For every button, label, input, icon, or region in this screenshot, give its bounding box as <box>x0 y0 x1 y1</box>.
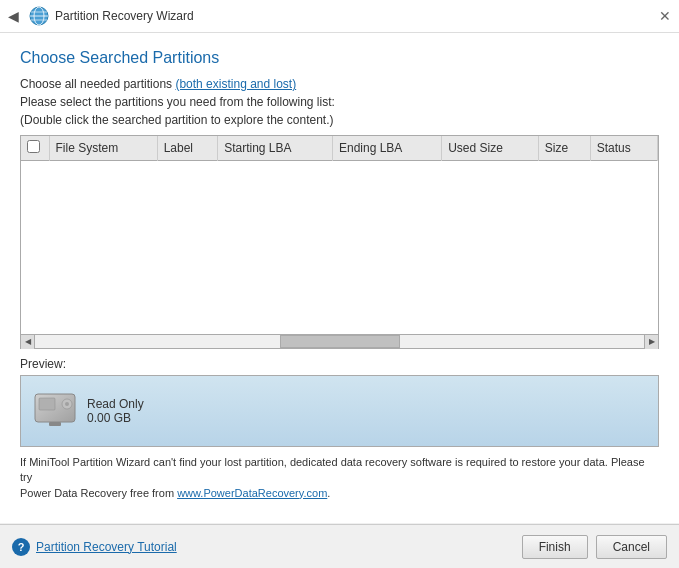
instruction-link[interactable]: (both existing and lost) <box>175 77 296 91</box>
svg-rect-6 <box>39 398 55 410</box>
notice-link[interactable]: www.PowerDataRecovery.com <box>177 487 327 499</box>
preview-area: Read Only 0.00 GB <box>20 375 659 447</box>
col-size: Size <box>538 136 590 161</box>
table-empty-area <box>21 161 658 331</box>
footer-right: Finish Cancel <box>522 535 667 559</box>
cancel-button[interactable]: Cancel <box>596 535 667 559</box>
disk-size: 0.00 GB <box>87 411 144 425</box>
notice-text: If MiniTool Partition Wizard can't find … <box>20 455 659 501</box>
disk-icon <box>33 392 77 431</box>
help-icon[interactable]: ? <box>12 538 30 556</box>
scrollbar-track[interactable] <box>35 335 644 348</box>
svg-rect-9 <box>49 422 61 426</box>
notice-text2: Power Data Recovery free from <box>20 487 177 499</box>
main-content: Choose Searched Partitions Choose all ne… <box>0 33 679 523</box>
scrollbar-thumb[interactable] <box>280 335 400 348</box>
back-button[interactable]: ◀ <box>8 8 19 24</box>
scroll-left-arrow[interactable]: ◀ <box>21 335 35 349</box>
svg-point-8 <box>65 402 69 406</box>
select-all-checkbox[interactable] <box>27 140 40 153</box>
partition-table-container: File System Label Starting LBA Ending LB… <box>20 135 659 335</box>
col-filesystem: File System <box>49 136 157 161</box>
col-label: Label <box>157 136 218 161</box>
scroll-right-arrow[interactable]: ▶ <box>644 335 658 349</box>
footer: ? Partition Recovery Tutorial Finish Can… <box>0 524 679 568</box>
disk-name: Read Only <box>87 397 144 411</box>
notice-text1: If MiniTool Partition Wizard can't find … <box>20 456 645 483</box>
footer-left: ? Partition Recovery Tutorial <box>12 538 177 556</box>
title-bar-title: Partition Recovery Wizard <box>55 9 194 23</box>
col-status: Status <box>590 136 657 161</box>
partition-table: File System Label Starting LBA Ending LB… <box>21 136 658 161</box>
title-bar-left: ◀ Partition Recovery Wizard <box>8 6 194 26</box>
tutorial-link[interactable]: Partition Recovery Tutorial <box>36 540 177 554</box>
page-title: Choose Searched Partitions <box>20 49 659 67</box>
table-scrollbar[interactable]: ◀ ▶ <box>20 335 659 349</box>
finish-button[interactable]: Finish <box>522 535 588 559</box>
notice-text3: . <box>327 487 330 499</box>
col-used-size: Used Size <box>442 136 539 161</box>
instruction-part1: Choose all needed partitions <box>20 77 175 91</box>
col-starting-lba: Starting LBA <box>218 136 333 161</box>
close-button[interactable]: ✕ <box>659 9 671 23</box>
instruction-sub1: Please select the partitions you need fr… <box>20 95 659 109</box>
disk-info: Read Only 0.00 GB <box>87 397 144 425</box>
instruction-sub2: (Double click the searched partition to … <box>20 113 659 127</box>
title-bar: ◀ Partition Recovery Wizard ✕ <box>0 0 679 33</box>
disk-svg <box>33 392 77 428</box>
col-checkbox <box>21 136 49 161</box>
preview-label: Preview: <box>20 357 659 371</box>
table-header-row: File System Label Starting LBA Ending LB… <box>21 136 658 161</box>
instruction-text: Choose all needed partitions (both exist… <box>20 77 659 91</box>
col-ending-lba: Ending LBA <box>332 136 441 161</box>
app-icon <box>29 6 49 26</box>
